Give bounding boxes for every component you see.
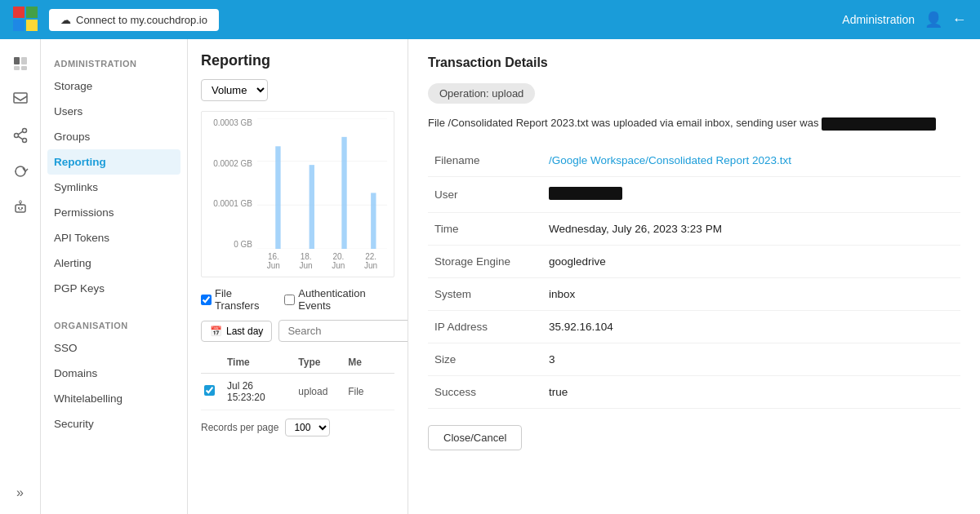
sender-redacted [822,117,936,131]
message-prefix: File /Consolidated Report 2023.txt was u… [428,117,818,129]
detail-row-success: Success true [428,375,960,408]
svg-line-12 [18,131,23,135]
time-label: Time [428,212,542,245]
nav-sidebar: ADMINISTRATION Storage Users Groups Repo… [41,39,188,514]
table-row[interactable]: Jul 26 15:23:20 upload File [201,374,394,410]
filename-value: /Google Workspace/Consolidated Report 20… [542,144,960,177]
filter-file-transfers[interactable]: File Transfers [201,287,274,312]
svg-rect-4 [14,57,20,64]
sidebar-icon-robot[interactable] [6,193,35,222]
detail-table: Filename /Google Workspace/Consolidated … [428,144,960,409]
filter-auth-events-label: Authentication Events [298,287,394,312]
row-type: upload [298,386,341,397]
row-time: Jul 26 15:23:20 [227,380,292,403]
size-value: 3 [542,343,960,375]
logout-icon[interactable]: → [952,11,967,29]
records-select[interactable]: 100 50 25 [285,419,330,436]
chart-area [257,118,387,249]
detail-row-time: Time Wednesday, July 26, 2023 3:23 PM [428,212,960,245]
ip-label: IP Address [428,310,542,343]
svg-rect-1 [26,7,38,18]
detail-row-storage-engine: Storage Engine googledrive [428,245,960,277]
filename-link[interactable]: /Google Workspace/Consolidated Report 20… [549,154,791,166]
close-cancel-button[interactable]: Close/Cancel [428,425,522,450]
storage-engine-label: Storage Engine [428,245,542,277]
table-col-me: Me [348,357,391,368]
svg-rect-26 [341,137,346,249]
ip-value: 35.92.16.104 [542,310,960,343]
nav-item-users[interactable]: Users [41,99,187,124]
table-col-time: Time [227,357,292,368]
time-value: Wednesday, July 26, 2023 3:23 PM [542,212,960,245]
svg-rect-14 [16,205,25,212]
svg-rect-15 [18,207,20,209]
sidebar-icon-share[interactable] [6,121,35,150]
nav-item-security[interactable]: Security [41,411,187,436]
nav-item-api-tokens[interactable]: API Tokens [41,225,187,250]
nav-item-alerting[interactable]: Alerting [41,250,187,276]
last-day-label: Last day [226,326,263,337]
reporting-panel: Reporting Volume Count 0.0003 GB 0.0002 … [188,39,408,514]
transaction-title: Transaction Details [428,55,960,70]
svg-rect-25 [310,165,314,249]
detail-row-filename: Filename /Google Workspace/Consolidated … [428,144,960,177]
nav-item-symlinks[interactable]: Symlinks [41,175,187,200]
sidebar-icon-more[interactable]: » [6,478,35,507]
nav-item-sso[interactable]: SSO [41,335,187,361]
auth-events-checkbox[interactable] [284,295,295,305]
user-icon[interactable]: 👤 [924,11,942,29]
nav-item-groups[interactable]: Groups [41,124,187,149]
svg-rect-2 [13,20,24,31]
success-value: true [542,375,960,408]
search-input[interactable] [278,320,408,342]
operation-badge: Operation: upload [428,83,535,104]
transaction-panel: Transaction Details Operation: upload Fi… [408,39,980,514]
filename-label: Filename [428,144,542,177]
table-header: Time Type Me [201,352,394,374]
connect-label: Connect to my.couchdrop.io [76,14,207,26]
nav-item-domains[interactable]: Domains [41,361,187,386]
reporting-title: Reporting [201,52,394,69]
svg-point-18 [19,201,21,203]
last-day-button[interactable]: 📅 Last day [201,321,272,342]
detail-row-user: User [428,176,960,212]
sidebar-icon-sync[interactable] [6,157,35,186]
volume-select[interactable]: Volume Count [201,79,268,101]
user-value [542,176,960,212]
nav-item-pgp-keys[interactable]: PGP Keys [41,276,187,301]
file-transfers-checkbox[interactable] [201,295,212,305]
x-label-2: 20.Jun [332,252,345,270]
storage-engine-value: googledrive [542,245,960,277]
row-checkbox[interactable] [204,385,220,398]
detail-row-size: Size 3 [428,343,960,375]
chart-svg [257,118,387,249]
nav-item-storage[interactable]: Storage [41,73,187,99]
x-label-3: 22.Jun [364,252,377,270]
sidebar-icon-files[interactable] [6,49,35,78]
row-check-input[interactable] [204,385,215,396]
nav-item-reporting[interactable]: Reporting [47,149,180,175]
admin-label: Administration [842,13,915,26]
y-label-1: 0.0002 GB [208,159,252,168]
x-label-0: 16.Jun [267,252,280,270]
x-label-1: 18.Jun [300,252,313,270]
connect-button[interactable]: ☁ Connect to my.couchdrop.io [49,9,219,31]
svg-point-9 [22,129,26,133]
records-row: Records per page 100 50 25 [201,419,394,436]
sidebar-icon-inbox[interactable] [6,85,35,114]
user-label: User [428,176,542,212]
table-col-type: Type [298,357,341,368]
nav-item-permissions[interactable]: Permissions [41,200,187,225]
icon-sidebar: » [0,39,41,514]
search-row: 📅 Last day [201,320,394,342]
app-logo [13,7,39,33]
svg-rect-7 [21,66,27,70]
nav-item-whitelabelling[interactable]: Whitelabelling [41,386,187,411]
chart-y-axis: 0.0003 GB 0.0002 GB 0.0001 GB 0 GB [208,118,257,249]
filter-auth-events[interactable]: Authentication Events [284,287,394,312]
svg-rect-5 [21,57,27,64]
y-label-2: 0.0001 GB [208,199,252,208]
svg-point-10 [14,134,18,138]
org-section-title: ORGANISATION [41,314,187,335]
chart-container: 0.0003 GB 0.0002 GB 0.0001 GB 0 GB [201,111,394,277]
